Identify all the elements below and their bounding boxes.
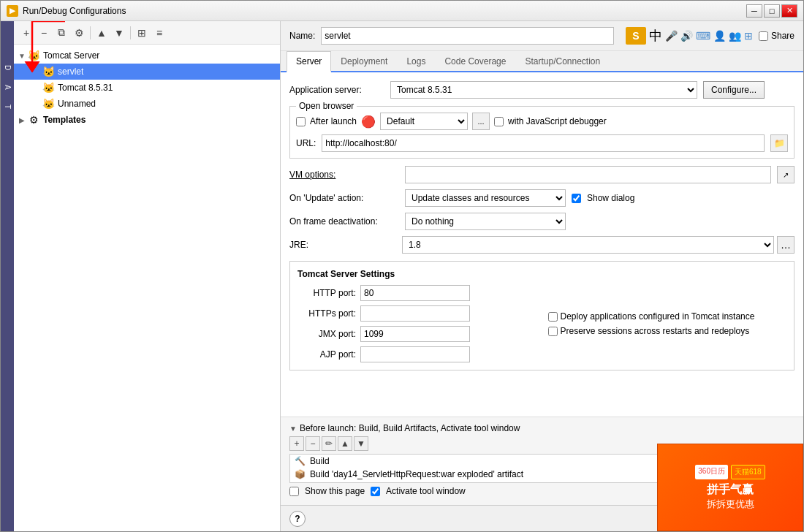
tabs-bar: Server Deployment Logs Code Coverage Sta… [281, 51, 803, 72]
http-port-label: HTTP port: [297, 288, 356, 298]
configure-button[interactable]: Configure... [703, 81, 765, 99]
on-frame-label: On frame deactivation: [289, 216, 399, 227]
js-debugger-checkbox[interactable] [494, 117, 504, 126]
title-bar: ▶ Run/Debug Configurations ─ □ ✕ [1, 1, 803, 21]
servlet-icon: 🐱 [42, 65, 55, 78]
ad-text1: 拼手气赢 [707, 482, 754, 498]
open-browser-section: Open browser After launch 🔴 Default Chro… [289, 106, 794, 159]
ad-badge2: 天猫618 [731, 465, 765, 479]
deploy-checkbox[interactable] [548, 312, 558, 322]
unnamed-label: Unnamed [58, 99, 96, 109]
chinese-icon-1: 中 [649, 27, 662, 45]
config-tree: ▼ 🐱 Tomcat Server 🐱 servlet 🐱 Tomcat 8.5… [14, 45, 280, 531]
tomcat-settings-section: Tomcat Server Settings HTTP port: HTTPs … [289, 261, 794, 370]
https-port-label: HTTPs port: [297, 308, 356, 319]
tomcat8531-icon: 🐱 [42, 81, 55, 94]
jre-label: JRE: [289, 240, 399, 250]
list-button[interactable]: ≡ [151, 25, 167, 41]
before-launch-remove-button[interactable]: − [306, 436, 320, 451]
share-checkbox[interactable] [759, 31, 768, 41]
toolbar: + − ⧉ ⚙ ▲ ▼ ⊞ ≡ [14, 21, 280, 45]
right-panel: Name: S 中 🎤 🔊 ⌨ 👤 👥 ⊞ Share [281, 21, 803, 531]
remove-button[interactable]: − [36, 25, 52, 41]
preserve-checkbox[interactable] [548, 327, 558, 336]
left-panel: + − ⧉ ⚙ ▲ ▼ ⊞ ≡ ▼ [14, 21, 281, 531]
jre-select[interactable]: 1.8 [402, 236, 774, 254]
ajp-port-row: AJP port: [297, 346, 536, 362]
activate-tool-checkbox[interactable] [371, 487, 380, 496]
http-port-input[interactable] [360, 285, 470, 301]
toolbar-divider-2 [130, 26, 131, 39]
on-frame-select[interactable]: Do nothing Update classes and resources … [405, 213, 566, 230]
url-row: URL: 📁 [296, 134, 788, 152]
minimize-button[interactable]: ─ [746, 4, 762, 18]
tab-logs[interactable]: Logs [397, 51, 435, 72]
window-icon: ▶ [7, 5, 18, 17]
move-up-button[interactable]: ▲ [94, 25, 110, 41]
https-port-input[interactable] [360, 305, 470, 322]
side-text-3: T [4, 104, 12, 109]
grid-icon-2: ⊞ [744, 30, 753, 42]
grid-button[interactable]: ⊞ [134, 25, 150, 41]
ajp-port-input[interactable] [360, 346, 470, 362]
tree-item-tomcat-server[interactable]: ▼ 🐱 Tomcat Server [14, 48, 280, 64]
toolbar-divider [90, 26, 91, 39]
on-update-label: On 'Update' action: [289, 193, 399, 203]
show-page-label: Show this page [305, 486, 365, 496]
url-label: URL: [296, 138, 316, 148]
before-launch-up-button[interactable]: ▲ [338, 436, 352, 451]
after-launch-checkbox[interactable] [296, 117, 306, 126]
tree-item-templates[interactable]: ▶ ⚙ Templates [14, 112, 280, 128]
help-button[interactable]: ? [289, 511, 306, 527]
tab-code-coverage[interactable]: Code Coverage [435, 51, 515, 72]
browser-select[interactable]: Default Chrome Firefox [380, 113, 468, 130]
preserve-label: Preserve sessions across restarts and re… [561, 326, 750, 336]
show-page-checkbox[interactable] [289, 487, 299, 496]
templates-icon: ⚙ [27, 113, 40, 126]
restore-button[interactable]: □ [764, 4, 780, 18]
before-launch-expand-icon[interactable]: ▼ [289, 425, 297, 433]
on-update-row: On 'Update' action: Update classes and r… [289, 189, 794, 207]
vm-options-label: VM options: [289, 170, 399, 180]
top-right-icons: S 中 🎤 🔊 ⌨ 👤 👥 ⊞ [626, 27, 753, 45]
http-port-row: HTTP port: [297, 285, 536, 301]
tree-item-tomcat-8531[interactable]: 🐱 Tomcat 8.5.31 [14, 80, 280, 96]
copy-button[interactable]: ⧉ [53, 25, 69, 41]
add-button[interactable]: + [18, 25, 34, 41]
servlet-label: servlet [58, 66, 83, 77]
on-update-select[interactable]: Update classes and resources Redeploy Re… [405, 189, 566, 207]
before-launch-add-button[interactable]: + [289, 436, 304, 451]
tab-server[interactable]: Server [287, 51, 331, 72]
jmx-port-input[interactable] [360, 326, 470, 342]
tab-startup-connection[interactable]: Startup/Connection [515, 51, 610, 72]
show-dialog-checkbox[interactable] [572, 194, 581, 203]
tree-item-servlet[interactable]: 🐱 servlet [14, 64, 280, 80]
app-server-select[interactable]: Tomcat 8.5.31 [390, 81, 697, 99]
vm-options-input[interactable] [405, 166, 771, 183]
after-launch-label: After launch [310, 116, 357, 126]
main-window: ▶ Run/Debug Configurations ─ □ ✕ D A T +… [0, 0, 804, 532]
settings-button[interactable]: ⚙ [71, 25, 87, 41]
left-side-strip: D A T [1, 21, 14, 531]
before-launch-edit-button[interactable]: ✏ [322, 436, 336, 451]
browser-more-button[interactable]: ... [472, 113, 490, 130]
side-text-2: A [4, 85, 12, 90]
url-folder-button[interactable]: 📁 [770, 134, 788, 152]
url-input[interactable] [322, 134, 765, 152]
jre-more-button[interactable]: … [777, 236, 794, 254]
tomcat-server-icon: 🐱 [27, 49, 40, 62]
move-down-button[interactable]: ▼ [111, 25, 127, 41]
mic-icon: 🎤 [665, 30, 678, 42]
tree-item-unnamed[interactable]: 🐱 Unnamed [14, 96, 280, 112]
before-launch-label: Before launch: Build, Build Artifacts, A… [300, 423, 520, 433]
unnamed-icon: 🐱 [42, 97, 55, 110]
tab-deployment[interactable]: Deployment [331, 51, 397, 72]
vm-options-expand-button[interactable]: ↗ [777, 166, 794, 183]
build-icon: 🔨 [295, 456, 306, 466]
main-content: D A T + − ⧉ ⚙ ▲ ▼ ⊞ ≡ [1, 21, 803, 531]
before-launch-down-button[interactable]: ▼ [354, 436, 368, 451]
close-button[interactable]: ✕ [781, 4, 797, 18]
js-debugger-label: with JavaScript debugger [508, 116, 607, 126]
name-input[interactable] [321, 27, 614, 45]
port-grid: HTTP port: HTTPs port: JMX port: [297, 285, 786, 362]
